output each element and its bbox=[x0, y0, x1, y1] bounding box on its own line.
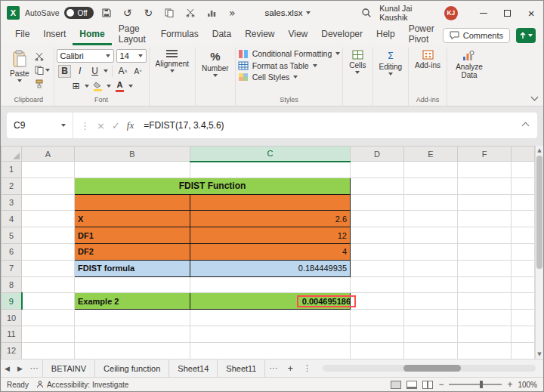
minimize-button[interactable] bbox=[471, 1, 496, 25]
enter-check-icon[interactable]: ✓ bbox=[112, 120, 120, 131]
sheet-tab-ceiling-function[interactable]: Ceiling function bbox=[95, 360, 169, 377]
share-button[interactable] bbox=[516, 28, 536, 43]
tab-file[interactable]: File bbox=[8, 25, 36, 45]
bold-button[interactable]: B bbox=[58, 65, 71, 78]
analyze-data-button[interactable]: Analyze Data bbox=[450, 48, 489, 79]
cell[interactable] bbox=[22, 211, 75, 227]
cell[interactable] bbox=[22, 326, 75, 342]
cell[interactable] bbox=[458, 162, 512, 178]
zoom-level[interactable]: 100% bbox=[518, 381, 537, 389]
comments-button[interactable]: Comments bbox=[443, 28, 510, 43]
cell[interactable] bbox=[458, 310, 512, 326]
cell[interactable] bbox=[404, 342, 458, 359]
undo-icon[interactable]: ↺ bbox=[119, 5, 135, 21]
cell-b6-df2-label[interactable]: DF2 bbox=[75, 243, 190, 260]
cell-c5-df1-value[interactable]: 12 bbox=[190, 227, 351, 244]
italic-button[interactable]: I bbox=[73, 65, 86, 78]
cell[interactable] bbox=[512, 326, 535, 342]
cell[interactable] bbox=[404, 211, 458, 227]
cell-c7-fdist-value[interactable]: 0.184449935 bbox=[190, 260, 351, 276]
cell[interactable] bbox=[22, 177, 75, 194]
number-button[interactable]: % Number bbox=[198, 48, 233, 77]
vertical-scrollbar[interactable]: ▲ ▼ bbox=[535, 146, 543, 359]
alignment-button[interactable]: Alignment bbox=[152, 48, 193, 73]
row-header-4[interactable]: 4 bbox=[2, 211, 22, 227]
cell[interactable] bbox=[190, 162, 351, 178]
cell[interactable] bbox=[22, 293, 75, 310]
cell-c9-selected[interactable]: 0.004695186 bbox=[190, 293, 351, 310]
zoom-out-button[interactable]: − bbox=[438, 379, 444, 390]
format-painter-button[interactable] bbox=[35, 78, 50, 89]
column-header-c[interactable]: C bbox=[190, 147, 351, 162]
page-layout-view-button[interactable] bbox=[406, 381, 417, 389]
cell-b4-x-label[interactable]: X bbox=[75, 211, 190, 227]
copy-button[interactable] bbox=[35, 64, 50, 76]
cell[interactable] bbox=[75, 276, 190, 293]
cell[interactable] bbox=[404, 194, 458, 211]
expand-formula-bar-icon[interactable] bbox=[522, 122, 530, 129]
row-header-12[interactable]: 12 bbox=[2, 342, 22, 359]
row-header-1[interactable]: 1 bbox=[2, 162, 22, 178]
cell[interactable] bbox=[351, 177, 404, 194]
cell[interactable] bbox=[75, 162, 190, 178]
conditional-formatting-button[interactable]: Conditional Formatting bbox=[238, 49, 341, 59]
tab-view[interactable]: View bbox=[281, 25, 314, 45]
cell-b5-df1-label[interactable]: DF1 bbox=[75, 227, 190, 244]
row-header-6[interactable]: 6 bbox=[2, 243, 22, 260]
save-icon[interactable] bbox=[99, 5, 115, 21]
maximize-button[interactable] bbox=[496, 1, 520, 25]
cell[interactable] bbox=[351, 194, 404, 211]
zoom-slider-thumb[interactable] bbox=[480, 381, 483, 388]
cell[interactable] bbox=[351, 243, 404, 260]
cell[interactable] bbox=[458, 227, 512, 244]
formula-input[interactable]: =FDIST(17, 3.4,5.6) bbox=[141, 120, 224, 131]
cell[interactable] bbox=[512, 342, 535, 359]
sheet-tab-sheet11[interactable]: Sheet11 bbox=[218, 360, 265, 377]
cell[interactable] bbox=[22, 227, 75, 244]
spreadsheet-grid[interactable]: A B C D E F 1 2 FDIST Function bbox=[1, 146, 535, 359]
tab-home[interactable]: Home bbox=[73, 25, 111, 45]
chart-icon[interactable] bbox=[203, 5, 219, 21]
cell[interactable] bbox=[458, 194, 512, 211]
scroll-down-icon[interactable]: ▼ bbox=[537, 351, 541, 357]
cell[interactable] bbox=[512, 293, 535, 310]
user-avatar[interactable]: KJ bbox=[444, 6, 458, 20]
cell[interactable] bbox=[404, 227, 458, 244]
underline-button[interactable]: U bbox=[88, 65, 101, 78]
cell[interactable] bbox=[404, 326, 458, 342]
cell[interactable] bbox=[404, 276, 458, 293]
row-header-7[interactable]: 7 bbox=[2, 260, 22, 276]
cell[interactable] bbox=[22, 194, 75, 211]
cell[interactable] bbox=[351, 211, 404, 227]
cell-b2-title[interactable]: FDIST Function bbox=[75, 177, 351, 194]
tab-insert[interactable]: Insert bbox=[36, 25, 73, 45]
cell[interactable] bbox=[512, 227, 535, 244]
cell[interactable] bbox=[458, 211, 512, 227]
cell[interactable] bbox=[351, 326, 404, 342]
cell[interactable] bbox=[351, 276, 404, 293]
row-header-3[interactable]: 3 bbox=[2, 194, 22, 211]
cell[interactable] bbox=[351, 162, 404, 178]
cell-c3[interactable] bbox=[190, 194, 351, 211]
column-header-d[interactable]: D bbox=[351, 147, 404, 162]
sheet-scroll-left-icon[interactable]: ◀ bbox=[1, 360, 14, 377]
insert-function-icon[interactable]: fx bbox=[127, 119, 134, 131]
zoom-in-button[interactable]: + bbox=[507, 379, 512, 390]
cell[interactable] bbox=[404, 293, 458, 310]
cell[interactable] bbox=[512, 310, 535, 326]
cell[interactable] bbox=[512, 276, 535, 293]
tab-formulas[interactable]: Formulas bbox=[154, 25, 206, 45]
font-color-button[interactable]: A bbox=[113, 80, 126, 93]
cell[interactable] bbox=[22, 342, 75, 359]
tab-help[interactable]: Help bbox=[369, 25, 402, 45]
horizontal-scrollbar[interactable] bbox=[323, 365, 536, 372]
cell[interactable] bbox=[512, 243, 535, 260]
cell[interactable] bbox=[458, 326, 512, 342]
row-header-2[interactable]: 2 bbox=[2, 177, 22, 194]
cell[interactable] bbox=[22, 243, 75, 260]
sheet-tab-sheet14[interactable]: Sheet14 bbox=[169, 360, 218, 377]
cell[interactable] bbox=[458, 243, 512, 260]
select-all-corner[interactable] bbox=[2, 147, 22, 162]
cell[interactable] bbox=[351, 342, 404, 359]
editing-button[interactable]: Σ Editing bbox=[376, 48, 406, 76]
